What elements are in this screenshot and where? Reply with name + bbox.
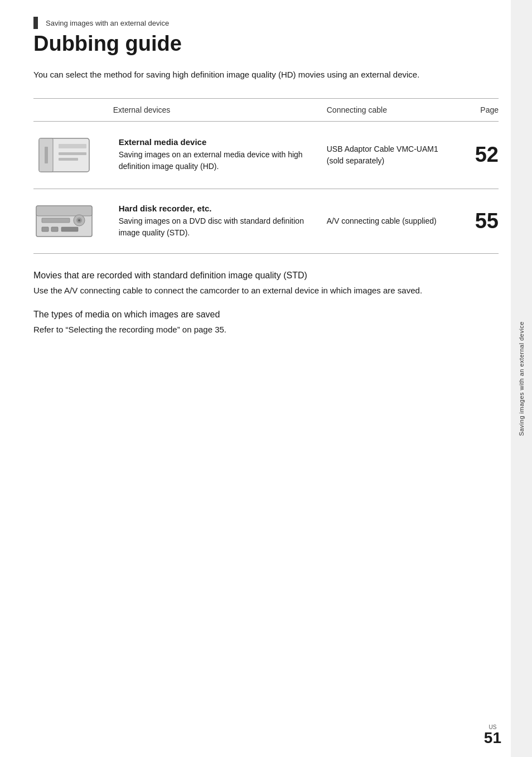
page-container: Saving images with an external device Du… xyxy=(0,0,532,757)
svg-rect-14 xyxy=(61,227,78,232)
page-number: 51 xyxy=(484,730,501,746)
svg-point-11 xyxy=(78,219,80,221)
right-sidebar: Saving images with an external device xyxy=(511,0,532,757)
bottom-section-0: Movies that are recorded with standard d… xyxy=(33,271,499,297)
col-image-header xyxy=(33,98,113,121)
device-info-external: External media device Saving images on a… xyxy=(113,121,321,189)
device-desc-1: Saving images on a DVD disc with standar… xyxy=(119,215,316,239)
table-row: Hard disk recorder, etc. Saving images o… xyxy=(33,189,499,253)
device-info-hdd: Hard disk recorder, etc. Saving images o… xyxy=(113,189,321,253)
bottom-section-title-1: The types of media on which images are s… xyxy=(33,310,499,320)
page-ref-1: 55 xyxy=(456,189,499,253)
svg-rect-4 xyxy=(59,152,86,155)
page-title: Dubbing guide xyxy=(33,32,499,56)
bottom-section-1: The types of media on which images are s… xyxy=(33,310,499,336)
svg-rect-12 xyxy=(42,227,49,232)
page-number-container: US 51 xyxy=(484,724,501,746)
svg-rect-8 xyxy=(42,218,70,223)
device-name-1: Hard disk recorder, etc. xyxy=(119,204,316,213)
col-page-header: Page xyxy=(456,98,499,121)
page-ref-0: 52 xyxy=(456,121,499,189)
cable-info-0: USB Adaptor Cable VMC-UAM1 (sold separat… xyxy=(321,121,456,189)
device-desc-0: Saving images on an external media devic… xyxy=(119,149,316,172)
bottom-section-text-1: Refer to “Selecting the recording mode” … xyxy=(33,323,499,336)
sidebar-label: Saving images with an external device xyxy=(518,321,525,436)
col-cable-header: Connecting cable xyxy=(321,98,456,121)
external-media-svg xyxy=(33,133,95,177)
device-image-external xyxy=(33,121,113,189)
bottom-section-text-0: Use the A/V connecting cable to connect … xyxy=(33,284,499,297)
hdd-svg xyxy=(33,200,95,242)
svg-rect-5 xyxy=(59,158,78,161)
bottom-section-title-0: Movies that are recorded with standard d… xyxy=(33,271,499,281)
cable-info-1: A/V connecting cable (supplied) xyxy=(321,189,456,253)
svg-rect-7 xyxy=(36,206,92,216)
dubbing-table: External devices Connecting cable Page xyxy=(33,98,499,254)
section-label: Saving images with an external device xyxy=(33,17,499,29)
section-label-text: Saving images with an external device xyxy=(46,19,169,27)
col-external-header: External devices xyxy=(113,98,321,121)
device-name-0: External media device xyxy=(119,137,316,147)
table-row: External media device Saving images on a… xyxy=(33,121,499,189)
svg-rect-2 xyxy=(45,147,48,163)
intro-text: You can select the method for saving hig… xyxy=(33,68,499,81)
device-image-hdd xyxy=(33,189,113,253)
svg-rect-3 xyxy=(59,144,86,148)
svg-rect-13 xyxy=(51,227,58,232)
section-bar-icon xyxy=(33,17,38,29)
